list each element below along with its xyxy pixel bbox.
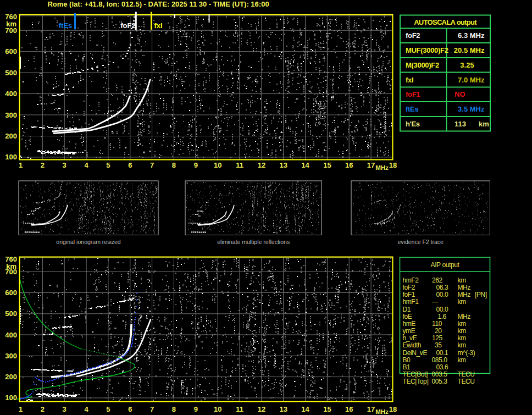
svg-text:00.0: 00.0: [436, 306, 448, 313]
svg-text:foF1: foF1: [406, 90, 420, 98]
svg-text:200: 200: [5, 132, 17, 140]
svg-text:300: 300: [5, 111, 17, 119]
svg-text:13: 13: [279, 161, 287, 169]
svg-text:8: 8: [172, 405, 176, 413]
svg-text:MHz: MHz: [375, 164, 389, 171]
svg-text:MHz: MHz: [458, 313, 471, 320]
svg-text:12: 12: [258, 161, 265, 169]
svg-text:km: km: [458, 341, 467, 349]
svg-text:11: 11: [236, 161, 243, 169]
svg-text:evidence F2 trace: evidence F2 trace: [397, 239, 444, 245]
svg-text:500: 500: [5, 309, 17, 318]
svg-text:10: 10: [214, 161, 221, 169]
svg-text:TECU: TECU: [458, 378, 475, 385]
svg-text:km: km: [458, 320, 467, 328]
svg-text:262: 262: [432, 276, 443, 284]
svg-text:14: 14: [301, 161, 309, 169]
svg-text:AUTOSCALA output: AUTOSCALA output: [414, 18, 477, 26]
svg-text:Ewidth: Ewidth: [403, 341, 422, 349]
svg-text:14: 14: [301, 405, 309, 413]
svg-text:03.6: 03.6: [436, 363, 448, 371]
svg-text:km: km: [458, 298, 467, 306]
svg-text:13: 13: [279, 405, 287, 413]
svg-text:1: 1: [19, 405, 23, 413]
svg-text:17: 17: [367, 405, 375, 413]
svg-text:ftEs: ftEs: [59, 21, 73, 30]
svg-text:m^(-3): m^(-3): [458, 349, 475, 357]
svg-text:20.5 MHz: 20.5 MHz: [454, 46, 485, 54]
svg-text:100: 100: [5, 394, 17, 402]
svg-text:18: 18: [389, 405, 397, 413]
svg-text:Rome (lat: +41.8, lon: 012.5): Rome (lat: +41.8, lon: 012.5) - DATE: 20…: [47, 0, 269, 8]
svg-text:---: ---: [432, 298, 438, 306]
svg-text:100: 100: [5, 153, 17, 161]
svg-text:TECU: TECU: [458, 370, 475, 378]
svg-text:6.3 MHz: 6.3 MHz: [458, 31, 485, 40]
svg-text:h_vE: h_vE: [403, 334, 417, 342]
svg-text:km: km: [458, 356, 467, 364]
svg-text:11: 11: [236, 405, 243, 413]
svg-text:1: 1: [19, 161, 23, 169]
svg-text:20: 20: [435, 327, 442, 335]
svg-text:h'Es: h'Es: [406, 120, 420, 128]
svg-text:km: km: [458, 327, 467, 335]
svg-text:4: 4: [84, 405, 88, 413]
svg-text:35: 35: [435, 341, 442, 349]
svg-text:MHz: MHz: [458, 284, 471, 291]
svg-text:hmF1: hmF1: [403, 298, 419, 306]
svg-text:085.0: 085.0: [432, 356, 448, 364]
svg-text:2: 2: [41, 405, 45, 413]
svg-text:15: 15: [323, 161, 331, 169]
svg-text:200: 200: [5, 373, 17, 381]
svg-text:eliminate multiple reflections: eliminate multiple reflections: [217, 239, 290, 245]
svg-text:MUF(3000)F2: MUF(3000)F2: [406, 46, 448, 54]
svg-text:hmF2: hmF2: [403, 276, 419, 284]
svg-text:hmE: hmE: [403, 320, 416, 328]
svg-text:400: 400: [5, 90, 17, 98]
svg-text:fxI: fxI: [154, 21, 162, 30]
svg-text:km: km: [479, 120, 489, 128]
svg-text:7: 7: [150, 161, 154, 169]
svg-text:3: 3: [63, 405, 66, 413]
svg-text:5: 5: [106, 405, 110, 413]
svg-text:ftEs: ftEs: [406, 105, 418, 113]
svg-text:003.5: 003.5: [432, 370, 448, 378]
svg-text:4: 4: [84, 161, 88, 169]
svg-text:MHz: MHz: [375, 408, 389, 415]
svg-text:16: 16: [345, 161, 353, 169]
svg-text:400: 400: [5, 331, 17, 339]
svg-text:16: 16: [345, 405, 353, 413]
svg-text:110: 110: [432, 320, 442, 328]
svg-text:300: 300: [5, 352, 17, 360]
svg-text:10: 10: [214, 405, 221, 413]
svg-text:6: 6: [128, 405, 132, 413]
svg-text:M(3000)F2: M(3000)F2: [406, 61, 439, 69]
svg-text:5: 5: [106, 161, 110, 169]
svg-text:foF1: foF1: [403, 291, 415, 298]
svg-text:AIP output: AIP output: [431, 261, 460, 269]
svg-text:ymE: ymE: [403, 327, 415, 335]
svg-text:foE: foE: [403, 313, 412, 320]
svg-text:foF2: foF2: [403, 284, 415, 291]
svg-text:MHz: MHz: [458, 291, 471, 298]
svg-text:12: 12: [258, 405, 265, 413]
svg-text:600: 600: [5, 47, 17, 56]
svg-text:3.5 MHz: 3.5 MHz: [458, 105, 485, 113]
svg-text:500: 500: [5, 69, 17, 77]
svg-text:18: 18: [389, 161, 397, 169]
svg-text:foF2: foF2: [120, 21, 135, 30]
svg-text:B1: B1: [403, 363, 411, 371]
svg-text:005.3: 005.3: [432, 378, 448, 385]
svg-text:D1: D1: [403, 306, 411, 313]
svg-text:7: 7: [150, 405, 154, 413]
svg-text:B0: B0: [403, 356, 411, 364]
svg-text:6: 6: [128, 161, 132, 169]
svg-text:700: 700: [5, 268, 17, 276]
svg-text:DelN_vE: DelN_vE: [403, 349, 428, 357]
svg-text:1.6: 1.6: [437, 313, 446, 320]
svg-text:original ionogram resized: original ionogram resized: [56, 239, 120, 245]
svg-text:700: 700: [5, 26, 17, 35]
svg-text:3: 3: [63, 161, 66, 169]
svg-text:00.0: 00.0: [436, 291, 448, 298]
svg-text:06.3: 06.3: [436, 284, 448, 291]
